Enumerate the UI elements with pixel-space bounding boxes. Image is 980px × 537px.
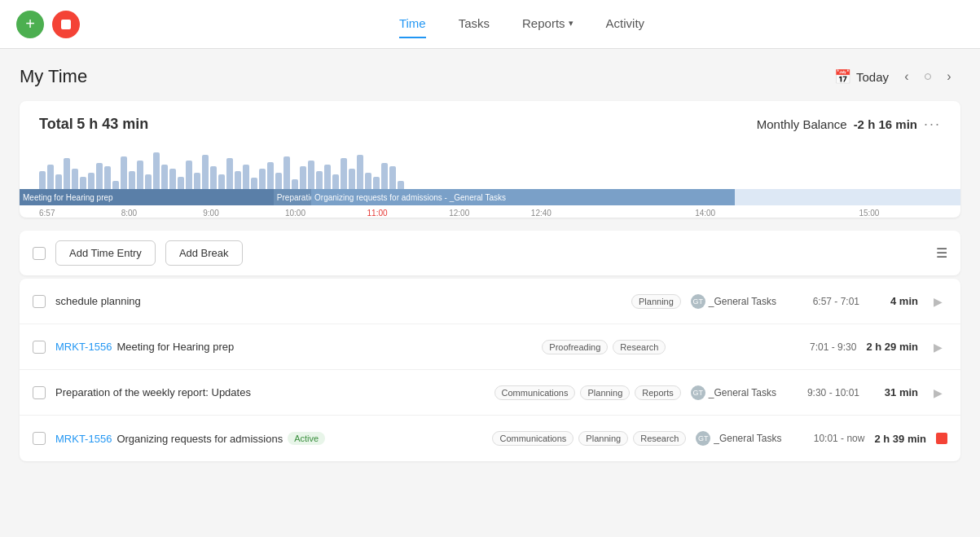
bar [72, 169, 78, 189]
bar [88, 173, 94, 189]
next-date-button[interactable]: › [938, 65, 960, 88]
time-label [777, 209, 859, 218]
bar [349, 169, 355, 189]
summary-top: Total 5 h 43 min Monthly Balance -2 h 16… [39, 116, 941, 133]
entry-name: schedule planning [55, 295, 141, 307]
tag-planning: Planning [580, 385, 630, 400]
total-label: Total [39, 116, 73, 132]
bar [202, 155, 209, 189]
add-break-button[interactable]: Add Break [165, 240, 243, 266]
nav-time[interactable]: Time [399, 10, 426, 38]
bar [365, 173, 371, 189]
table-row: schedule planning Planning GT _General T… [20, 279, 960, 324]
bar [226, 158, 233, 189]
time-label: 12:40 [531, 209, 613, 218]
bar [129, 171, 135, 189]
time-label: 8:00 [121, 209, 204, 218]
bar [186, 161, 192, 189]
project-icon: GT [696, 431, 710, 446]
table-row: MRKT-1556 Organizing requests for admiss… [20, 416, 960, 461]
entry-name: Preparation of the weekly report: Update… [55, 386, 251, 398]
date-dot[interactable] [925, 73, 931, 80]
stop-indicator[interactable] [936, 433, 947, 444]
segment-meeting: Meeting for Hearing prep [20, 189, 274, 205]
bar [332, 174, 339, 189]
bar [243, 165, 249, 189]
play-button[interactable]: ▶ [928, 383, 947, 403]
reports-dropdown-icon: ▾ [569, 18, 573, 29]
time-label: 12:00 [449, 209, 531, 218]
bar [235, 171, 241, 189]
tag-planning: Planning [631, 294, 681, 309]
play-button[interactable]: ▶ [928, 337, 947, 357]
nav-activity[interactable]: Activity [606, 10, 645, 38]
bar [178, 177, 184, 189]
timeline-labels: 6:57 8:00 9:00 10:00 11:00 12:00 12:40 1… [20, 205, 960, 224]
project-badge: GT _General Tasks [691, 294, 776, 309]
nav-reports[interactable]: Reports ▾ [522, 10, 573, 38]
bar [316, 171, 323, 189]
entry-tags: Proofreading Research [542, 340, 666, 354]
bar [39, 171, 46, 189]
entry-time-range: 7:01 - 9:30 [783, 341, 856, 353]
tag-research: Research [613, 340, 666, 354]
monthly-balance: Monthly Balance -2 h 16 min [757, 117, 917, 131]
bar [398, 181, 404, 189]
project-name: _General Tasks [709, 296, 776, 307]
entry-tags: Communications Planning Research [492, 431, 686, 446]
entry-ticket-link[interactable]: MRKT-1556 [55, 433, 112, 445]
add-button[interactable]: + [16, 11, 44, 38]
entry-tags: Communications Planning Reports [494, 385, 681, 400]
bar [64, 158, 70, 189]
row-checkbox[interactable] [33, 295, 46, 308]
entry-controls: Add Time Entry Add Break ☰ [20, 231, 960, 275]
entry-time-range: 10:01 - now [791, 433, 864, 444]
entry-title: MRKT-1556 Meeting for Hearing prep [55, 341, 532, 353]
entry-duration: 4 min [869, 295, 918, 307]
bar [341, 158, 347, 189]
entry-ticket-link[interactable]: MRKT-1556 [55, 341, 112, 353]
play-button[interactable]: ▶ [928, 292, 947, 311]
row-checkbox[interactable] [33, 432, 46, 445]
today-button[interactable]: 📅 Today [834, 68, 889, 86]
entry-duration: 31 min [869, 386, 918, 398]
entry-duration: 2 h 29 min [866, 341, 918, 353]
time-label: 9:00 [203, 209, 285, 218]
calendar-icon: 📅 [834, 68, 851, 86]
active-badge: Active [288, 432, 325, 445]
nav-tasks[interactable]: Tasks [459, 10, 490, 38]
bar [259, 169, 266, 189]
time-label: 11:00 [367, 209, 450, 218]
table-row: MRKT-1556 Meeting for Hearing prep Proof… [20, 324, 960, 370]
segment-prep: Preparatio [274, 189, 311, 205]
row-checkbox[interactable] [33, 341, 46, 354]
bar [210, 166, 217, 189]
row-checkbox[interactable] [33, 386, 46, 399]
bar [357, 155, 363, 189]
add-time-entry-button[interactable]: Add Time Entry [55, 240, 156, 266]
more-options-button[interactable]: ··· [924, 116, 941, 133]
bar [104, 166, 111, 189]
select-all-checkbox[interactable] [33, 247, 46, 260]
segment-organizing: Organizing requests for admissions - _Ge… [311, 189, 735, 205]
main-nav: Time Tasks Reports ▾ Activity [80, 10, 964, 38]
bar [373, 177, 380, 189]
bar [381, 163, 388, 189]
project-name: _General Tasks [714, 433, 781, 444]
table-row: Preparation of the weekly report: Update… [20, 370, 960, 416]
timeline-bars [20, 144, 960, 189]
bar [218, 174, 225, 189]
project-icon: GT [691, 294, 705, 309]
bar [300, 166, 306, 189]
bar [121, 156, 127, 189]
bar [267, 162, 274, 189]
prev-date-button[interactable]: ‹ [895, 65, 918, 88]
project-badge: GT _General Tasks [696, 431, 781, 446]
entry-time-range: 9:30 - 10:01 [786, 387, 859, 398]
bar [80, 177, 86, 189]
filter-icon[interactable]: ☰ [936, 245, 947, 261]
entry-name: Organizing requests for admissions [116, 433, 283, 445]
stop-button[interactable] [52, 11, 80, 38]
entry-tags: Planning [631, 294, 681, 309]
entry-title: MRKT-1556 Organizing requests for admiss… [55, 432, 482, 445]
